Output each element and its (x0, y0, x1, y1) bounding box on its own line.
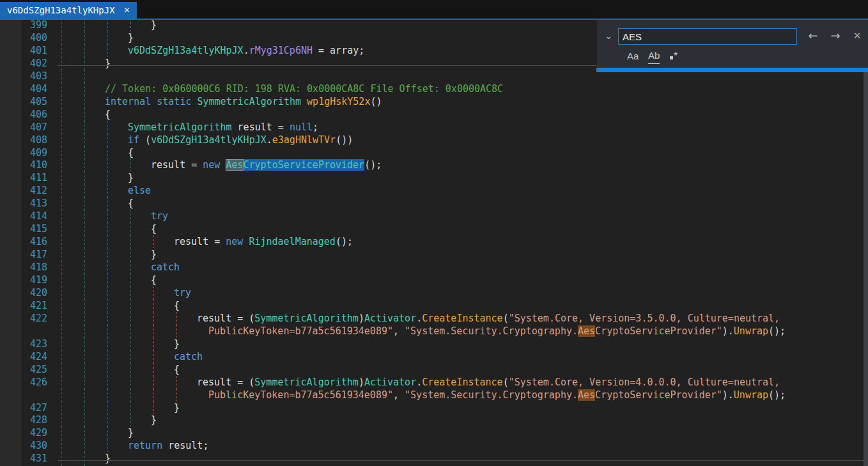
code-line-wrap[interactable]: PublicKeyToken=b77a5c561934e089", "Syste… (0, 389, 868, 401)
regex-dot (670, 56, 673, 59)
line-number[interactable]: 400 (19, 31, 47, 44)
line-number[interactable]: 403 (19, 70, 47, 82)
indent-guide (84, 338, 85, 350)
line-number[interactable]: 409 (19, 146, 47, 159)
indent-guide (84, 197, 85, 210)
find-previous-button[interactable]: ← (805, 27, 821, 44)
line-number[interactable]: 425 (19, 363, 47, 376)
indent-guide (107, 19, 108, 31)
indent-guide (61, 338, 62, 350)
line-number[interactable]: 401 (19, 44, 47, 57)
indent-guide (130, 325, 131, 338)
code-line-420[interactable]: 420try (0, 286, 868, 299)
code-line-419[interactable]: 419{ (0, 274, 868, 286)
code-text: } (151, 414, 157, 426)
line-number[interactable]: 428 (19, 414, 47, 426)
indent-guide (84, 376, 85, 389)
code-line-427[interactable]: 427} (0, 401, 868, 414)
scrollbar-track[interactable] (864, 20, 868, 466)
indent-guide (61, 159, 62, 171)
code-line-406[interactable]: 406{ (0, 108, 868, 121)
line-number[interactable]: 414 (19, 210, 47, 222)
code-line-424[interactable]: 424catch (0, 350, 868, 363)
method-separator (58, 460, 868, 461)
find-close-icon[interactable]: ✕ (849, 27, 865, 44)
code-line-423[interactable]: 423} (0, 338, 868, 350)
line-number[interactable]: 406 (19, 108, 47, 121)
code-line-404[interactable]: 404// Token: 0x060000C6 RID: 198 RVA: 0x… (0, 82, 868, 95)
line-number[interactable]: 427 (19, 401, 47, 414)
code-line-412[interactable]: 412else (0, 184, 868, 197)
code-line-416[interactable]: 416result = new RijndaelManaged(); (0, 235, 868, 248)
line-number[interactable]: 418 (19, 261, 47, 274)
line-number[interactable]: 399 (19, 19, 47, 31)
code-line-425[interactable]: 425{ (0, 363, 868, 376)
line-number[interactable]: 407 (19, 121, 47, 134)
line-number[interactable]: 412 (19, 184, 47, 197)
code-line-415[interactable]: 415{ (0, 222, 868, 235)
line-number[interactable]: 404 (19, 82, 47, 95)
editor[interactable]: 399}400}401v6DdSZgH13a4tlyKHpJX.rMyg31Cp… (0, 20, 868, 466)
document-tab[interactable]: v6DdSZgH13a4tlyKHpJX ✕ (0, 2, 137, 19)
code-line-429[interactable]: 429} (0, 426, 868, 439)
code-text: { (174, 299, 180, 312)
code-line-405[interactable]: 405internal static SymmetricAlgorithm wp… (0, 95, 868, 108)
code-line-410[interactable]: 410result = new AesCryptoServiceProvider… (0, 159, 868, 171)
whole-word-button[interactable]: Ab (648, 49, 660, 64)
indent-guide (84, 82, 85, 95)
indent-guide (61, 184, 62, 197)
code-text: } (128, 171, 134, 184)
find-next-button[interactable]: → (828, 27, 843, 44)
line-number[interactable]: 411 (19, 171, 47, 184)
line-number[interactable]: 419 (19, 274, 47, 286)
indent-guide (153, 235, 154, 248)
code-line-414[interactable]: 414try (0, 210, 868, 222)
code-text: } (128, 31, 134, 44)
line-number[interactable]: 402 (19, 57, 47, 70)
tab-close-icon[interactable]: ✕ (124, 6, 130, 15)
line-number[interactable]: 426 (19, 376, 47, 389)
line-number[interactable]: 417 (19, 248, 47, 261)
indent-guide (61, 31, 62, 44)
indent-guide (61, 171, 62, 184)
regex-button[interactable]: * (670, 49, 678, 63)
line-number[interactable]: 430 (19, 439, 47, 452)
line-number[interactable]: 405 (19, 95, 47, 108)
line-number[interactable]: 429 (19, 426, 47, 439)
line-number[interactable]: 410 (19, 159, 47, 171)
code-line-431[interactable]: 431} (0, 452, 868, 465)
code-line-418[interactable]: 418catch (0, 261, 868, 274)
code-line-426[interactable]: 426result = (SymmetricAlgorithm)Activato… (0, 376, 868, 389)
indent-guide (84, 70, 85, 82)
indent-guide (61, 452, 62, 465)
code-line-407[interactable]: 407SymmetricAlgorithm result = null; (0, 121, 868, 134)
find-input[interactable] (618, 28, 797, 45)
match-case-button[interactable]: Aa (627, 49, 639, 63)
code-line-428[interactable]: 428} (0, 414, 868, 426)
indent-guide (107, 210, 108, 222)
line-number[interactable]: 423 (19, 338, 47, 350)
line-number[interactable]: 421 (19, 299, 47, 312)
code-line-422[interactable]: 422result = (SymmetricAlgorithm)Activato… (0, 312, 868, 325)
code-text: { (174, 363, 180, 376)
line-number[interactable]: 424 (19, 350, 47, 363)
line-number[interactable]: 420 (19, 286, 47, 299)
code-line-wrap[interactable]: PublicKeyToken=b77a5c561934e089", "Syste… (0, 325, 868, 338)
code-line-409[interactable]: 409{ (0, 146, 868, 159)
indent-guide (61, 134, 62, 146)
indent-guide (130, 363, 131, 376)
code-line-411[interactable]: 411} (0, 171, 868, 184)
line-number[interactable]: 413 (19, 197, 47, 210)
line-number[interactable]: 408 (19, 134, 47, 146)
code-line-417[interactable]: 417} (0, 248, 868, 261)
line-number[interactable]: 431 (19, 452, 47, 465)
code-line-421[interactable]: 421{ (0, 299, 868, 312)
code-line-413[interactable]: 413{ (0, 197, 868, 210)
line-number[interactable]: 422 (19, 312, 47, 325)
code-line-430[interactable]: 430return result; (0, 439, 868, 452)
indent-guide (130, 312, 131, 325)
code-line-408[interactable]: 408if (v6DdSZgH13a4tlyKHpJX.e3agHNlwTVr(… (0, 134, 868, 146)
chevron-down-icon[interactable]: ⌄ (602, 28, 615, 45)
line-number[interactable]: 415 (19, 222, 47, 235)
line-number[interactable]: 416 (19, 235, 47, 248)
